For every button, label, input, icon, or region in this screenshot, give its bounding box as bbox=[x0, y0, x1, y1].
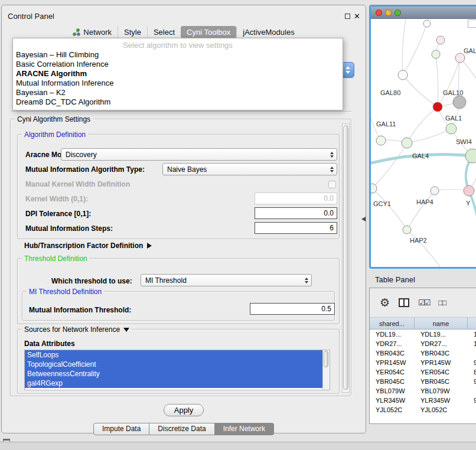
table-cell: YPR145W bbox=[370, 358, 415, 367]
network-window-titlebar[interactable] bbox=[371, 6, 476, 19]
zoom-traffic-light[interactable] bbox=[395, 9, 401, 16]
table-columns-icon[interactable] bbox=[399, 298, 409, 307]
attribute-item-gal4rgexp[interactable]: gal4RGexp bbox=[25, 379, 322, 388]
network-edge[interactable] bbox=[372, 188, 407, 230]
network-node-hap2[interactable] bbox=[403, 226, 411, 234]
network-edge[interactable] bbox=[403, 24, 427, 75]
network-node-gal11[interactable] bbox=[376, 136, 386, 145]
network-edge[interactable] bbox=[407, 107, 438, 143]
kernel-width-label: Kernel Width (0,1): bbox=[25, 195, 88, 203]
dropdown-item-bayesian-hill-climbing[interactable]: Bayesian – Hill Climbing bbox=[13, 50, 343, 60]
mi-threshold-field[interactable] bbox=[250, 303, 335, 315]
which-threshold-select[interactable]: MI Threshold bbox=[141, 274, 312, 286]
table-row[interactable]: YDR27...YDR27...12 bbox=[370, 339, 476, 348]
kernel-width-field[interactable] bbox=[255, 193, 337, 204]
manual-kernel-width-checkbox[interactable] bbox=[328, 181, 336, 188]
network-canvas[interactable]: GAL7GAL80GAL10GAL1GAL11SWI4GAL4HAP4YGCY1… bbox=[371, 19, 476, 267]
network-edge[interactable] bbox=[372, 143, 407, 188]
apply-button[interactable]: Apply bbox=[164, 404, 204, 416]
attribute-item-betweennesscentrality[interactable]: BetweennessCentrality bbox=[25, 369, 322, 379]
scrollbar-thumb[interactable] bbox=[324, 351, 328, 367]
tab-network[interactable]: Network bbox=[67, 26, 118, 38]
network-node-gal10[interactable] bbox=[453, 96, 466, 109]
network-node-gal7[interactable] bbox=[455, 53, 465, 63]
dropdown-prompt: Select algorithm to view settings bbox=[13, 40, 343, 50]
close-icon[interactable]: ✕ bbox=[354, 12, 360, 21]
dpi-tolerance-field[interactable] bbox=[255, 207, 337, 219]
algorithm-definition-title: Algorithm Definition bbox=[22, 131, 88, 139]
dropdown-item-basic-correlation-inference[interactable]: Basic Correlation Inference bbox=[13, 60, 343, 69]
table-row[interactable]: YBR045CYBR045C9. bbox=[370, 377, 476, 386]
column-header-shared-[interactable]: shared... bbox=[370, 318, 415, 329]
tab-cyni-toolbox[interactable]: Cyni Toolbox bbox=[181, 26, 236, 38]
dropdown-item-mutual-information-inference[interactable]: Mutual Information Inference bbox=[13, 79, 343, 88]
gear-icon[interactable]: ⚙ bbox=[380, 297, 390, 308]
network-edge[interactable] bbox=[436, 54, 438, 107]
hub-definition-expander[interactable]: Hub/Transcription Factor Definition bbox=[24, 242, 152, 250]
settings-scrollbar[interactable] bbox=[342, 123, 350, 393]
bottom-tab-impute-data[interactable]: Impute Data bbox=[93, 423, 149, 435]
table-toolbar: ⚙ ☑☑ □□ bbox=[370, 288, 476, 318]
table-row[interactable]: YDL19...YDL19...13 bbox=[370, 330, 476, 339]
column-header-2[interactable] bbox=[468, 318, 476, 329]
network-edge[interactable] bbox=[371, 188, 372, 243]
splitter-arrow-icon[interactable] bbox=[361, 217, 366, 221]
column-header-name[interactable]: name bbox=[415, 318, 468, 329]
network-node-y[interactable] bbox=[464, 185, 474, 196]
network-graph: GAL7GAL80GAL10GAL1GAL11SWI4GAL4HAP4YGCY1… bbox=[371, 19, 476, 267]
tab-label: Network bbox=[83, 28, 112, 37]
mi-algorithm-type-select[interactable]: Naive Bayes bbox=[162, 163, 337, 175]
float-window-icon[interactable] bbox=[345, 14, 350, 19]
dropdown-item-bayesian-k2[interactable]: Bayesian – K2 bbox=[13, 88, 343, 97]
network-node-hap4[interactable] bbox=[431, 187, 439, 195]
table-row[interactable]: YLR345WYLR345W9. bbox=[370, 396, 476, 405]
table-row[interactable]: YER054CYER054C8. bbox=[370, 367, 476, 377]
network-edge[interactable] bbox=[402, 19, 406, 75]
network-node-gal1[interactable] bbox=[446, 123, 457, 134]
bottom-tab-infer-network[interactable]: Infer Network bbox=[215, 423, 274, 435]
scrollbar-thumb[interactable] bbox=[343, 125, 348, 390]
network-node[interactable] bbox=[436, 36, 445, 44]
combo-arrows-icon bbox=[327, 164, 337, 175]
tab-label: jActiveModules bbox=[243, 28, 294, 37]
checked-boxes-icon[interactable]: ☑☑ bbox=[418, 299, 429, 306]
table-row[interactable]: YJL052CYJL052C bbox=[370, 405, 476, 415]
table-row[interactable]: YPR145WYPR145W9. bbox=[370, 358, 476, 367]
network-edge[interactable] bbox=[407, 129, 451, 143]
table-row[interactable]: YBR043CYBR043C bbox=[370, 348, 476, 358]
network-node[interactable] bbox=[423, 20, 431, 27]
network-node-swi4[interactable] bbox=[465, 149, 476, 163]
minimize-traffic-light[interactable] bbox=[385, 9, 392, 16]
unchecked-boxes-icon[interactable]: □□ bbox=[438, 299, 445, 306]
attribute-item-selfloops[interactable]: SelfLoops bbox=[25, 350, 322, 360]
attribute-item-topologicalcoefficient[interactable]: TopologicalCoefficient bbox=[25, 360, 322, 369]
tab-jactivemodules[interactable]: jActiveModules bbox=[236, 26, 300, 38]
bottom-tab-discretize-data[interactable]: Discretize Data bbox=[149, 423, 214, 435]
tab-style[interactable]: Style bbox=[118, 26, 147, 38]
attribute-list: SelfLoopsTopologicalCoefficientBetweenne… bbox=[24, 350, 330, 390]
network-node-gal4[interactable] bbox=[402, 138, 412, 148]
dropdown-item-aracne-algorithm[interactable]: ARACNE Algorithm bbox=[13, 69, 343, 79]
sources-expander[interactable]: Sources for Network Inference bbox=[22, 325, 132, 334]
dropdown-item-dream8-dc-tdc-algorithm[interactable]: Dream8 DC_TDC Algorithm bbox=[13, 97, 343, 107]
network-node[interactable] bbox=[432, 50, 440, 58]
aracne-mode-select[interactable]: Discovery bbox=[61, 148, 337, 161]
tab-select[interactable]: Select bbox=[147, 26, 181, 38]
network-edge[interactable] bbox=[403, 75, 438, 107]
mi-steps-field[interactable] bbox=[255, 222, 337, 234]
network-node[interactable] bbox=[433, 102, 442, 112]
table-row[interactable]: YBL079WYBL079W bbox=[370, 386, 476, 396]
attribute-list-scrollbar[interactable] bbox=[322, 350, 330, 390]
close-traffic-light[interactable] bbox=[376, 9, 382, 16]
table-body: YDL19...YDL19...13YDR27...YDR27...12YBR0… bbox=[370, 330, 476, 423]
network-edge[interactable] bbox=[407, 191, 435, 230]
network-edge[interactable] bbox=[460, 58, 476, 87]
table-cell: YBR043C bbox=[415, 348, 468, 358]
table-cell bbox=[468, 386, 476, 396]
node-label: GAL80 bbox=[380, 89, 400, 96]
network-node-gal80[interactable] bbox=[398, 70, 407, 80]
birdseye-toggle[interactable] bbox=[468, 19, 476, 28]
network-edge[interactable] bbox=[407, 230, 442, 267]
table-cell: YDL19... bbox=[370, 330, 415, 339]
dpi-tolerance-label: DPI Tolerance [0,1]: bbox=[25, 210, 91, 218]
